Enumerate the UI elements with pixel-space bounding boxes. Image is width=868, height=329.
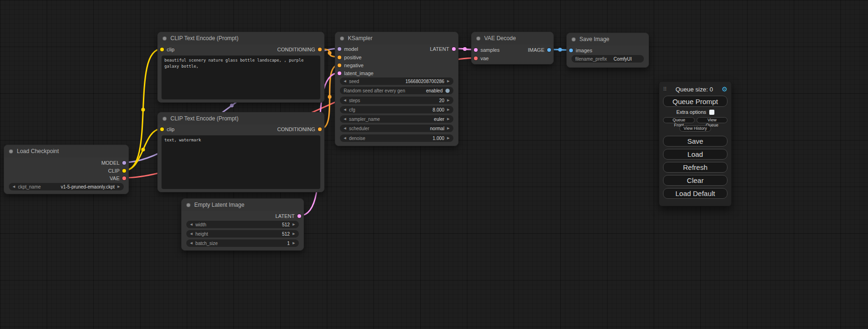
increment-arrow-icon[interactable]: ▶	[447, 77, 450, 85]
widget-value: 156680208700286	[405, 79, 444, 84]
widget-label: sampler_name	[349, 117, 380, 122]
widget-scheduler[interactable]: ◀schedulernormal▶	[340, 125, 453, 132]
view-queue-button[interactable]: View Queue	[697, 117, 727, 123]
widget-cfg[interactable]: ◀cfg8.000▶	[340, 106, 453, 113]
widget-value: ComfyUI	[614, 56, 632, 62]
widget-batch-size[interactable]: ◀batch_size1▶	[186, 239, 299, 247]
decrement-arrow-icon[interactable]: ◀	[344, 97, 346, 104]
node-clip-text-encode-negative[interactable]: CLIP Text Encode (Prompt)clipCONDITIONIN…	[157, 112, 325, 192]
load-button[interactable]: Load	[663, 149, 727, 160]
output-port-icon[interactable]	[122, 161, 126, 165]
input-port-icon[interactable]	[338, 47, 341, 51]
node-titlebar[interactable]: Load Checkpoint	[4, 145, 128, 157]
collapse-dot-icon[interactable]	[572, 37, 576, 42]
increment-arrow-icon[interactable]: ▶	[447, 134, 450, 142]
refresh-button[interactable]: Refresh	[663, 162, 727, 173]
decrement-arrow-icon[interactable]: ◀	[190, 221, 192, 228]
increment-arrow-icon[interactable]: ▶	[293, 239, 295, 247]
collapse-dot-icon[interactable]	[476, 36, 480, 41]
widget-value: 20	[439, 98, 444, 103]
extra-options-checkbox[interactable]	[709, 110, 714, 115]
widget-filename-prefix[interactable]: filename_prefixComfyUI	[572, 55, 644, 63]
decrement-arrow-icon[interactable]: ◀	[344, 125, 346, 132]
node-titlebar[interactable]: VAE Decode	[472, 32, 553, 44]
collapse-dot-icon[interactable]	[340, 36, 344, 41]
queue-size-label: Queue size: 0	[667, 86, 721, 93]
input-slot-images: images	[569, 47, 592, 54]
collapse-dot-icon[interactable]	[9, 149, 13, 154]
widget-label: denoise	[349, 136, 365, 141]
decrement-arrow-icon[interactable]: ◀	[190, 239, 192, 247]
node-clip-text-encode-positive[interactable]: CLIP Text Encode (Prompt)clipCONDITIONIN…	[157, 32, 325, 103]
view-history-button[interactable]: View History	[679, 126, 711, 132]
node-titlebar[interactable]: CLIP Text Encode (Prompt)	[158, 32, 324, 44]
widget-ckpt-name[interactable]: ◀ckpt_namev1-5-pruned-emaonly.ckpt▶	[9, 183, 124, 190]
input-slot-label: model	[344, 46, 358, 52]
output-port-icon[interactable]	[452, 47, 456, 51]
input-port-icon[interactable]	[569, 49, 573, 52]
collapse-dot-icon[interactable]	[186, 203, 191, 207]
node-ksampler[interactable]: KSamplermodelpositivenegativelatent_imag…	[335, 32, 459, 146]
node-titlebar[interactable]: Save Image	[567, 33, 649, 45]
load-default-button[interactable]: Load Default	[663, 188, 727, 199]
node-graph-canvas[interactable]: Load CheckpointMODELCLIPVAE◀ckpt_namev1-…	[0, 0, 868, 329]
widget-seed[interactable]: ◀seed156680208700286▶	[340, 77, 453, 85]
output-slot-MODEL: MODEL	[101, 159, 126, 167]
input-slot-label: samples	[480, 47, 500, 53]
widget-width[interactable]: ◀width512▶	[186, 221, 299, 228]
prompt-textarea[interactable]: text, watermark	[162, 135, 320, 189]
prompt-textarea[interactable]: beautiful scenery nature glass bottle la…	[162, 56, 320, 99]
input-port-icon[interactable]	[160, 48, 164, 51]
input-slot-label: latent_image	[344, 70, 374, 76]
node-titlebar[interactable]: Empty Latent Image	[182, 199, 303, 211]
output-slot-label: CONDITIONING	[277, 126, 315, 132]
toggle-dot-icon[interactable]	[445, 89, 450, 93]
input-slot-label: negative	[344, 63, 364, 68]
decrement-arrow-icon[interactable]: ◀	[344, 134, 346, 142]
increment-arrow-icon[interactable]: ▶	[447, 106, 450, 113]
output-port-icon[interactable]	[297, 214, 301, 218]
collapse-dot-icon[interactable]	[162, 117, 167, 121]
queue-prompt-button[interactable]: Queue Prompt	[663, 96, 727, 107]
node-save-image[interactable]: Save Imageimagesfilename_prefixComfyUI	[566, 33, 649, 68]
node-vae-decode[interactable]: VAE DecodesamplesvaeIMAGE	[471, 32, 554, 64]
increment-arrow-icon[interactable]: ▶	[447, 97, 450, 104]
decrement-arrow-icon[interactable]: ◀	[344, 77, 346, 85]
input-slot-clip: clip	[160, 46, 175, 53]
increment-arrow-icon[interactable]: ▶	[293, 221, 295, 228]
widget-sampler-name[interactable]: ◀sampler_nameeuler▶	[340, 115, 453, 123]
node-load-checkpoint[interactable]: Load CheckpointMODELCLIPVAE◀ckpt_namev1-…	[4, 145, 129, 194]
output-port-icon[interactable]	[122, 176, 126, 180]
decrement-arrow-icon[interactable]: ◀	[344, 106, 346, 113]
increment-arrow-icon[interactable]: ▶	[447, 125, 450, 132]
widget-random-seed-after-every-gen[interactable]: Random seed after every genenabled	[340, 87, 453, 94]
increment-arrow-icon[interactable]: ▶	[293, 230, 295, 238]
decrement-arrow-icon[interactable]: ◀	[344, 115, 346, 123]
node-titlebar[interactable]: CLIP Text Encode (Prompt)	[158, 112, 324, 125]
decrement-arrow-icon[interactable]: ◀	[13, 183, 15, 190]
output-port-icon[interactable]	[318, 127, 322, 131]
input-port-icon[interactable]	[338, 63, 341, 67]
clear-button[interactable]: Clear	[663, 175, 727, 186]
output-port-icon[interactable]	[318, 48, 322, 51]
collapse-dot-icon[interactable]	[162, 36, 167, 41]
input-port-icon[interactable]	[474, 48, 478, 52]
increment-arrow-icon[interactable]: ▶	[118, 183, 120, 190]
input-port-icon[interactable]	[160, 127, 164, 131]
queue-front-button[interactable]: Queue Front	[663, 117, 695, 123]
input-port-icon[interactable]	[474, 56, 478, 60]
decrement-arrow-icon[interactable]: ◀	[190, 230, 192, 238]
output-port-icon[interactable]	[122, 169, 126, 173]
node-titlebar[interactable]: KSampler	[335, 32, 458, 44]
settings-gear-icon[interactable]: ⚙	[721, 85, 727, 93]
input-port-icon[interactable]	[338, 71, 341, 75]
input-port-icon[interactable]	[338, 56, 341, 59]
widget-denoise[interactable]: ◀denoise1.000▶	[340, 134, 453, 142]
widget-steps[interactable]: ◀steps20▶	[340, 97, 453, 104]
increment-arrow-icon[interactable]: ▶	[447, 115, 450, 123]
node-empty-latent-image[interactable]: Empty Latent ImageLATENT◀width512▶◀heigh…	[181, 198, 304, 251]
drag-handle-icon[interactable]: ⠿	[663, 86, 667, 92]
save-button[interactable]: Save	[663, 136, 727, 147]
widget-height[interactable]: ◀height512▶	[186, 230, 299, 238]
output-port-icon[interactable]	[547, 48, 551, 52]
